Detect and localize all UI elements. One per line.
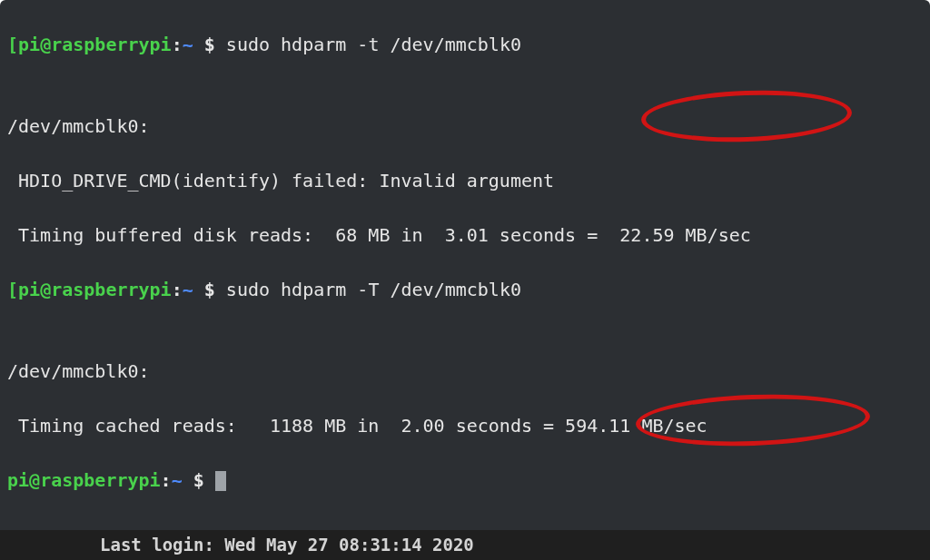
terminal-top[interactable]: [pi@raspberrypi:~ $ sudo hdparm -t /dev/…	[0, 0, 930, 530]
cmd-line-2: [pi@raspberrypi:~ $ sudo hdparm -T /dev/…	[7, 276, 923, 303]
output-cached: Timing cached reads: 1188 MB in 2.00 sec…	[7, 412, 923, 439]
prompt-path: ~	[183, 34, 193, 55]
output-device: /dev/mmcblk0:	[7, 113, 923, 140]
output-buffered: Timing buffered disk reads: 68 MB in 3.0…	[7, 221, 923, 249]
cursor-icon	[215, 471, 226, 491]
login-banner: Last login: Wed May 27 08:31:14 2020	[0, 530, 930, 560]
prompt-host: raspberrypi	[51, 34, 171, 55]
output-device: /dev/mmcblk0:	[7, 358, 923, 385]
cmd-line-3: pi@raspberrypi:~ $	[7, 467, 923, 494]
prompt-bracket: [	[7, 34, 18, 55]
output-error: HDIO_DRIVE_CMD(identify) failed: Invalid…	[7, 167, 923, 194]
prompt-dollar: $	[193, 34, 226, 55]
command-text: sudo hdparm -T /dev/mmcblk0	[226, 279, 521, 300]
cmd-line-1: [pi@raspberrypi:~ $ sudo hdparm -t /dev/…	[7, 31, 923, 58]
prompt-colon: :	[172, 34, 183, 55]
prompt-user: pi	[18, 34, 40, 55]
prompt-at: @	[40, 34, 51, 55]
command-text: sudo hdparm -t /dev/mmcblk0	[226, 34, 521, 55]
